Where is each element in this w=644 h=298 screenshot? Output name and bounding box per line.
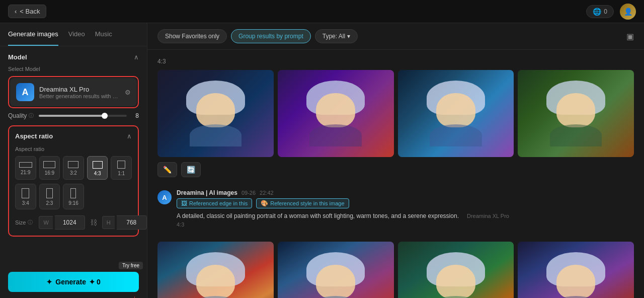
face-overlay-3 <box>423 81 488 143</box>
folder-icon[interactable]: ▣ <box>626 32 634 41</box>
aspect-btn-16-9[interactable]: 16:9 <box>39 156 60 180</box>
aspect-btn-4-3[interactable]: 4:3 <box>87 156 108 180</box>
width-input[interactable] <box>55 215 85 230</box>
aspect-rect-3-2 <box>68 161 78 168</box>
message-content: Dreamina | AI images 09-26 22:42 🖼 Refer… <box>177 189 634 232</box>
quality-slider[interactable] <box>39 115 127 117</box>
slider-thumb <box>102 113 108 119</box>
model-collapse-icon[interactable]: ∧ <box>134 53 139 61</box>
ref-edge-icon: 🖼 <box>181 200 187 207</box>
group1-ratio-label: 4:3 <box>157 58 634 65</box>
aspect-btn-1-1[interactable]: 1:1 <box>111 156 132 180</box>
width-label: W <box>39 216 52 229</box>
aspect-rect-16-9 <box>43 161 55 168</box>
aspect-btn-21-9[interactable]: 21:9 <box>15 156 36 180</box>
portrait-1-canvas <box>157 70 274 157</box>
face-overlay-7 <box>423 252 488 298</box>
shoulder-2 <box>309 124 361 146</box>
shoulder-3 <box>430 124 481 146</box>
ref-style-badge[interactable]: 🎨 Referenced style in this image <box>256 198 349 208</box>
model-name: Dreamina XL Pro <box>39 86 120 93</box>
face-1 <box>196 93 235 128</box>
face-overlay-8 <box>543 252 608 298</box>
shoulder-6 <box>309 296 361 298</box>
shoulder-7 <box>430 296 481 298</box>
aspect-btn-2-3[interactable]: 2:3 <box>39 184 60 209</box>
height-input[interactable] <box>117 215 147 230</box>
back-button[interactable]: ‹ < Back <box>8 5 46 18</box>
image-card-3[interactable] <box>398 70 514 157</box>
ref-edge-badge[interactable]: 🖼 Referenced edge in this <box>177 198 252 208</box>
topbar-right: 🌐 0 👤 <box>586 4 636 20</box>
group-results-label: Group results by prompt <box>238 33 303 40</box>
height-input-group: H <box>102 215 147 230</box>
shoulder-8 <box>550 296 602 298</box>
aspect-btn-3-4[interactable]: 3:4 <box>15 184 36 209</box>
image-card-6[interactable] <box>278 242 394 298</box>
edit-btn-1[interactable]: ✏️ <box>157 162 177 177</box>
image-card-5[interactable] <box>157 242 274 298</box>
aspect-rect-4-3 <box>93 161 103 169</box>
group-results-btn[interactable]: Group results by prompt <box>231 29 311 43</box>
model-title: Model <box>8 53 27 61</box>
model-settings-icon[interactable]: ⚙ <box>125 89 131 96</box>
generate-label: Generate <box>55 278 86 286</box>
message-sender: Dreamina | AI images <box>177 189 237 196</box>
portrait-2-canvas <box>278 70 394 157</box>
back-label: < Back <box>20 8 40 15</box>
image-card-2[interactable] <box>278 70 394 157</box>
action-row-1: ✏️ 🔄 <box>157 162 634 177</box>
image-card-8[interactable] <box>518 242 634 298</box>
show-favorites-label: Show Favorites only <box>165 33 219 40</box>
aspect-ratio-label: Aspect ratio <box>15 146 132 152</box>
face-7 <box>436 265 475 298</box>
globe-icon: 🌐 <box>593 8 601 16</box>
quality-row: Quality ⓘ 8 <box>0 112 147 125</box>
credits-star: ✦ <box>89 278 95 286</box>
quality-info-icon: ⓘ <box>29 112 34 119</box>
select-model-label: Select Model <box>8 66 139 72</box>
message-row: A Dreamina | AI images 09-26 22:42 🖼 Ref… <box>147 185 644 234</box>
generate-button[interactable]: ✦ Generate ✦ 0 <box>8 272 139 292</box>
aspect-collapse-icon[interactable]: ∧ <box>127 132 132 140</box>
content-toolbar: Show Favorites only Group results by pro… <box>147 23 644 50</box>
portrait-6-canvas <box>278 242 394 298</box>
image-card-1[interactable] <box>157 70 274 157</box>
portrait-5-canvas <box>157 242 274 298</box>
portrait-7-canvas <box>398 242 514 298</box>
face-overlay-5 <box>183 252 248 298</box>
model-info: Dreamina XL Pro Better generation result… <box>39 86 120 99</box>
shoulder-4 <box>550 124 602 146</box>
arrow-indicator: ↓ <box>132 293 137 298</box>
aspect-rect-21-9 <box>19 162 32 168</box>
refresh-btn-1[interactable]: 🔄 <box>181 162 201 177</box>
topbar: ‹ < Back 🌐 0 👤 <box>0 0 644 23</box>
generate-area: Try free ✦ Generate ✦ 0 ↓ <box>0 266 147 298</box>
aspect-empty <box>87 184 132 209</box>
tab-music[interactable]: Music <box>95 23 112 46</box>
width-input-group: W <box>39 215 85 230</box>
type-filter-btn[interactable]: Type: All ▾ <box>315 29 358 43</box>
face-5 <box>196 265 235 298</box>
tab-generate-images[interactable]: Generate images <box>8 23 58 46</box>
face-6 <box>316 265 355 298</box>
face-4 <box>556 93 596 128</box>
aspect-grid-row2: 3:4 2:3 9:16 <box>15 184 132 209</box>
avatar[interactable]: 👤 <box>620 4 636 20</box>
message-date: 09-26 <box>242 190 256 196</box>
model-desc: Better generation results with profes... <box>39 93 120 99</box>
show-favorites-btn[interactable]: Show Favorites only <box>157 29 227 43</box>
size-info-icon: ⓘ <box>28 219 33 226</box>
main-layout: Generate images Video Music Model ∧ Sele… <box>0 23 644 298</box>
aspect-section-header: Aspect ratio ∧ <box>15 132 132 140</box>
model-box[interactable]: A Dreamina XL Pro Better generation resu… <box>10 78 137 106</box>
link-icon[interactable]: ⛓ <box>88 218 99 227</box>
aspect-btn-3-2[interactable]: 3:2 <box>63 156 84 180</box>
aspect-rect-1-1 <box>117 161 125 169</box>
message-avatar: A <box>157 190 172 204</box>
tab-video[interactable]: Video <box>68 23 85 46</box>
aspect-btn-9-16[interactable]: 9:16 <box>63 184 84 209</box>
image-card-7[interactable] <box>398 242 514 298</box>
image-card-4[interactable] <box>518 70 634 157</box>
face-2 <box>316 93 355 128</box>
